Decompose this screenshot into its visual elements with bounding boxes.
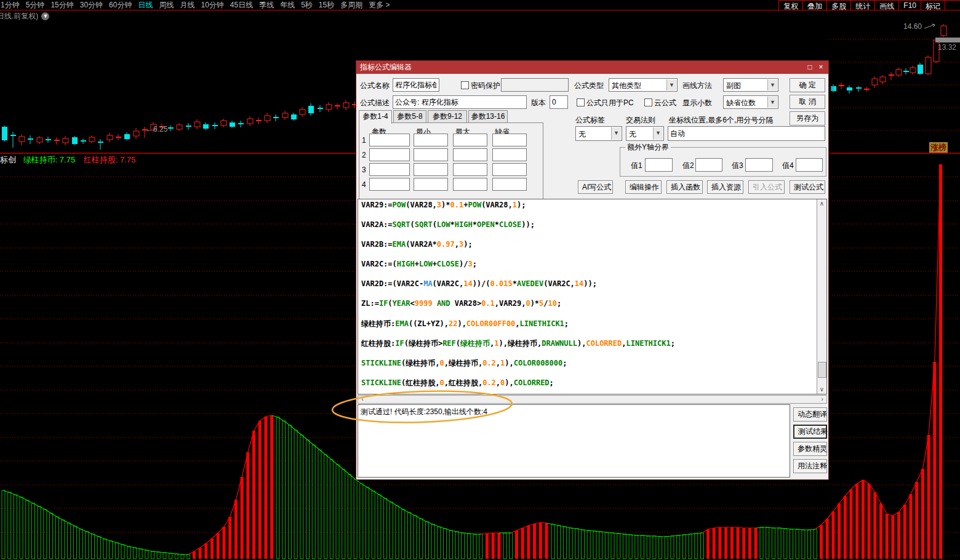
param-input-r1c4[interactable] <box>492 134 527 146</box>
formula-desc-input[interactable] <box>393 95 527 109</box>
toolbar-item-标记[interactable]: 标记 <box>921 0 945 10</box>
param-input-r2c3[interactable] <box>453 148 487 161</box>
hist-bar-red <box>873 492 876 559</box>
scroll-down-icon[interactable]: ∨ <box>817 385 826 394</box>
param-input-r3c3[interactable] <box>453 163 487 176</box>
insert-resource-button[interactable]: 插入资源 <box>707 180 743 194</box>
value3-input[interactable] <box>745 158 773 172</box>
chevron-down-icon[interactable]: ▼ <box>653 127 663 140</box>
hist-bar-red <box>497 533 500 559</box>
formula-tag-select[interactable]: 无 ▼ <box>575 126 622 141</box>
menu-item-5秒[interactable]: 5秒 <box>298 0 316 10</box>
hist-bar-green <box>431 524 434 559</box>
param-input-r3c2[interactable] <box>414 163 448 176</box>
param-input-r4c4[interactable] <box>492 178 527 191</box>
hist-bar-green <box>300 435 303 559</box>
pc-only-checkbox[interactable] <box>577 98 585 106</box>
menu-item-10分钟[interactable]: 10分钟 <box>198 0 226 10</box>
side-button-测试结果[interactable]: 测试结果 <box>793 425 827 439</box>
side-button-用法注释[interactable]: 用法注释 <box>793 459 827 473</box>
tab-参数13-16[interactable]: 参数13-16 <box>468 110 508 122</box>
edit-ops-button[interactable]: 编辑操作 <box>625 180 662 194</box>
side-button-动态翻译[interactable]: 动态翻译 <box>793 407 827 422</box>
param-input-r2c4[interactable] <box>492 148 527 161</box>
scroll-up-icon[interactable]: ∧ <box>817 199 826 208</box>
param-input-r1c1[interactable] <box>369 134 410 146</box>
menu-item-更多 >[interactable]: 更多 > <box>366 0 393 10</box>
hist-bar-red <box>210 538 214 559</box>
chevron-down-icon[interactable]: ▼ <box>767 97 777 108</box>
hist-bar-red <box>486 534 489 559</box>
tab-参数1-4[interactable]: 参数1-4 <box>359 110 392 124</box>
param-input-r2c1[interactable] <box>369 148 410 161</box>
save-as-button[interactable]: 另存为 <box>790 111 825 126</box>
chevron-down-circle-icon[interactable]: ▼ <box>41 12 49 20</box>
chevron-down-icon[interactable]: ▼ <box>666 79 676 90</box>
param-input-r4c3[interactable] <box>453 178 487 191</box>
value1-input[interactable] <box>645 158 673 172</box>
menu-item-45日线[interactable]: 45日线 <box>227 0 256 10</box>
hist-bar-red <box>234 500 238 559</box>
close-icon[interactable]: × <box>816 63 826 72</box>
cancel-button[interactable]: 取 消 <box>790 95 825 109</box>
red-series-value: 红柱持股: 7.75 <box>84 155 136 164</box>
scrollbar-thumb[interactable] <box>818 362 826 378</box>
toolbar-item-统计[interactable]: 统计 <box>850 0 874 10</box>
menu-item-1分钟[interactable]: 1分钟 <box>0 0 23 10</box>
test-formula-button[interactable]: 测试公式 <box>790 180 825 194</box>
ai-write-button[interactable]: AI写公式 <box>578 180 613 194</box>
chevron-down-icon[interactable]: ▼ <box>767 79 777 90</box>
version-input[interactable] <box>550 95 568 109</box>
scroll-right-icon[interactable]: › <box>818 396 826 403</box>
menu-item-月线[interactable]: 月线 <box>177 0 198 10</box>
toolbar-item-F10[interactable]: F10 <box>898 0 921 10</box>
param-input-r3c4[interactable] <box>492 163 527 176</box>
insert-function-button[interactable]: 插入函数 <box>666 180 703 194</box>
menu-item-15秒[interactable]: 15秒 <box>316 0 337 10</box>
menu-item-15分钟[interactable]: 15分钟 <box>47 0 76 10</box>
formula-code-editor[interactable]: VAR29:=POW(VAR28,3)*0.1+POW(VAR28,1);VAR… <box>358 199 827 394</box>
decimal-select[interactable]: 缺省位数 ▼ <box>723 95 778 109</box>
toolbar-item-画线[interactable]: 画线 <box>874 0 898 10</box>
param-input-r4c2[interactable] <box>414 178 448 191</box>
param-input-r1c2[interactable] <box>414 134 448 146</box>
param-input-r1c3[interactable] <box>453 134 487 146</box>
menu-item-30分钟[interactable]: 30分钟 <box>77 0 106 10</box>
formula-name-input[interactable] <box>393 78 439 92</box>
toolbar-item-多股[interactable]: 多股 <box>826 0 850 10</box>
draw-method-select[interactable]: 副图 ▼ <box>723 78 778 92</box>
toolbar-item-复权[interactable]: 复权 <box>778 0 802 10</box>
dialog-titlebar[interactable]: 指标公式编辑器 <box>356 61 828 74</box>
param-input-r2c2[interactable] <box>414 148 448 161</box>
candle-up <box>282 113 288 118</box>
param-input-r4c1[interactable] <box>369 178 410 191</box>
cloud-formula-checkbox[interactable] <box>644 98 652 106</box>
menu-item-周线[interactable]: 周线 <box>156 0 177 10</box>
param-input-r3c1[interactable] <box>369 163 410 176</box>
vertical-scrollbar[interactable]: ∧ ∨ <box>817 199 826 394</box>
menu-item-年线[interactable]: 年线 <box>277 0 298 10</box>
value2-input[interactable] <box>695 158 722 172</box>
menu-item-60分钟[interactable]: 60分钟 <box>106 0 135 10</box>
coord-lines-input[interactable] <box>668 126 825 141</box>
tab-参数9-12[interactable]: 参数9-12 <box>428 110 467 122</box>
password-protect-checkbox[interactable] <box>461 81 469 89</box>
menu-item-季线[interactable]: 季线 <box>256 0 277 10</box>
toolbar-item-叠加[interactable]: 叠加 <box>802 0 826 10</box>
side-button-参数精灵[interactable]: 参数精灵 <box>793 442 827 456</box>
menu-item-多周期[interactable]: 多周期 <box>337 0 366 10</box>
rank-badge[interactable]: 涨榜 <box>929 142 948 153</box>
import-formula-button[interactable]: 引入公式 <box>748 180 785 194</box>
tab-参数5-8[interactable]: 参数5-8 <box>393 110 426 122</box>
scroll-left-icon[interactable]: ‹ <box>358 396 367 403</box>
formula-type-select[interactable]: 其他类型 ▼ <box>609 78 678 92</box>
maximize-icon[interactable]: □ <box>805 63 815 72</box>
chevron-down-icon[interactable]: ▼ <box>611 127 621 140</box>
ok-button[interactable]: 确 定 <box>790 78 825 92</box>
menu-item-5分钟[interactable]: 5分钟 <box>23 0 48 10</box>
trade-rule-select[interactable]: 无 ▼ <box>626 126 664 141</box>
candle-down <box>308 106 314 113</box>
horizontal-scrollbar[interactable]: ‹ › <box>358 395 827 404</box>
menu-item-日线[interactable]: 日线 <box>135 0 156 10</box>
value4-input[interactable] <box>796 158 823 172</box>
